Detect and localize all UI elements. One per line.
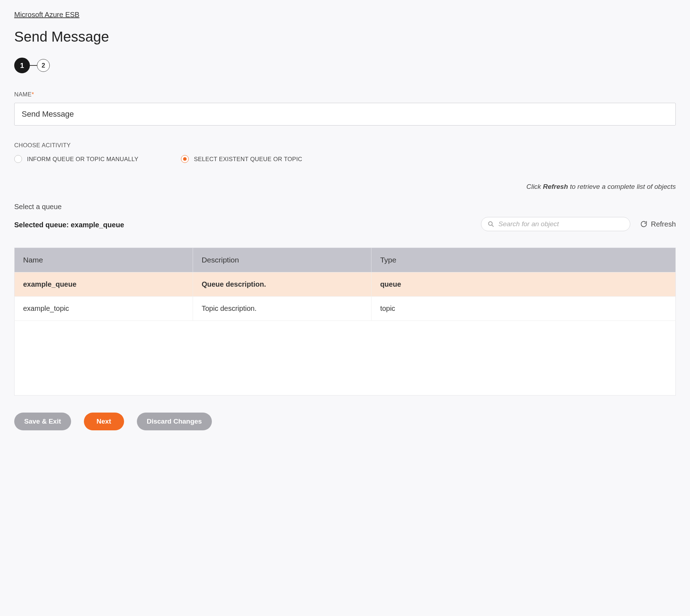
col-description[interactable]: Description <box>193 248 371 272</box>
cell-name: example_topic <box>15 297 193 321</box>
col-name[interactable]: Name <box>15 248 193 272</box>
required-asterisk: * <box>32 91 34 97</box>
objects-table: Name Description Type example_queue Queu… <box>14 248 676 395</box>
next-button[interactable]: Next <box>84 413 124 430</box>
table-empty-space <box>15 321 676 395</box>
refresh-label: Refresh <box>651 220 676 228</box>
selected-queue-prefix: Selected queue: <box>14 221 71 229</box>
stepper: 1 2 <box>14 58 676 73</box>
page-title: Send Message <box>14 29 676 45</box>
col-type[interactable]: Type <box>371 248 676 272</box>
step-2[interactable]: 2 <box>37 59 50 72</box>
discard-button[interactable]: Discard Changes <box>137 413 212 430</box>
choose-activity-label: CHOOSE ACITIVITY <box>14 142 676 149</box>
select-queue-label: Select a queue <box>14 203 676 211</box>
radio-dot-selected <box>181 155 189 163</box>
search-box[interactable] <box>481 217 630 231</box>
table-header-row: Name Description Type <box>15 248 676 272</box>
radio-select-existent[interactable]: SELECT EXISTENT QUEUE OR TOPIC <box>181 155 302 163</box>
hint-bold: Refresh <box>543 183 568 190</box>
cell-type: queue <box>371 272 676 297</box>
selected-queue-name: example_queue <box>71 221 124 229</box>
svg-line-1 <box>492 225 493 227</box>
save-exit-button[interactable]: Save & Exit <box>14 413 71 430</box>
radio-inform-manually[interactable]: INFORM QUEUE OR TOPIC MANUALLY <box>14 155 138 163</box>
hint-prefix: Click <box>526 183 543 190</box>
table-row[interactable]: example_topic Topic description. topic <box>15 297 676 321</box>
hint-suffix: to retrieve a complete list of objects <box>568 183 676 190</box>
cell-name: example_queue <box>15 272 193 297</box>
cell-description: Topic description. <box>193 297 371 321</box>
name-input[interactable] <box>14 103 676 126</box>
radio-label-select: SELECT EXISTENT QUEUE OR TOPIC <box>194 156 302 163</box>
name-label: NAME* <box>14 91 676 98</box>
radio-label-inform: INFORM QUEUE OR TOPIC MANUALLY <box>27 156 138 163</box>
name-label-text: NAME <box>14 91 32 97</box>
refresh-hint: Click Refresh to retrieve a complete lis… <box>14 183 676 191</box>
breadcrumb-link[interactable]: Microsoft Azure ESB <box>14 11 79 18</box>
refresh-button[interactable]: Refresh <box>640 220 676 228</box>
cell-type: topic <box>371 297 676 321</box>
cell-description: Queue description. <box>193 272 371 297</box>
search-input[interactable] <box>498 220 624 228</box>
refresh-icon <box>640 221 647 228</box>
step-1[interactable]: 1 <box>14 58 30 73</box>
search-icon <box>488 221 494 227</box>
radio-dot-unselected <box>14 155 22 163</box>
step-connector <box>30 65 37 66</box>
table-row[interactable]: example_queue Queue description. queue <box>15 272 676 297</box>
